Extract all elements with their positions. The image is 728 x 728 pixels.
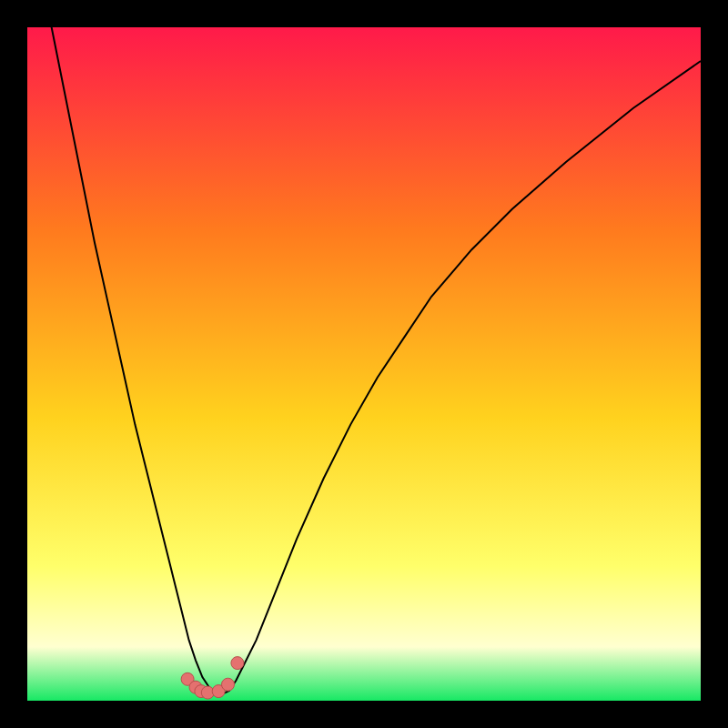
sweet-spot-marker [222, 678, 235, 691]
sweet-spot-marker [231, 657, 244, 670]
gradient-background [27, 27, 701, 701]
bottleneck-chart [27, 27, 701, 701]
chart-frame: TheBottleneck.com [27, 27, 701, 701]
